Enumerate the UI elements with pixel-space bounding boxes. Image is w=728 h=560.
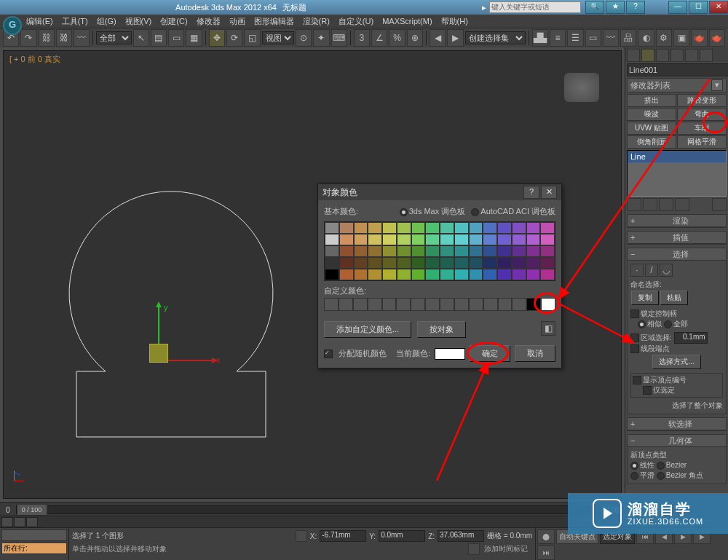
current-color-swatch[interactable] — [435, 348, 465, 360]
assign-random-check[interactable] — [324, 350, 333, 358]
vtype-smooth-radio[interactable] — [630, 472, 638, 480]
menu-modifiers[interactable]: 修改器 — [192, 16, 225, 27]
ribbon-toggle-icon[interactable]: ▭ — [585, 29, 601, 47]
menu-tools[interactable]: 工具(T) — [58, 16, 92, 27]
palette-swatch[interactable] — [469, 257, 483, 269]
palette-swatch[interactable] — [368, 245, 382, 257]
tab-display-icon[interactable] — [685, 49, 698, 62]
stack-item-line[interactable]: Line — [628, 151, 726, 162]
menu-group[interactable]: 组(G) — [92, 16, 121, 27]
palette-swatch[interactable] — [339, 222, 354, 234]
palette-swatch[interactable] — [368, 269, 382, 280]
palette-swatch[interactable] — [454, 269, 469, 280]
menu-create[interactable]: 创建(C) — [156, 16, 191, 27]
palette-swatch[interactable] — [483, 269, 497, 280]
ref-coord-dropdown[interactable]: 视图 — [262, 31, 294, 44]
ok-button[interactable]: 确定 — [470, 345, 510, 362]
copy-button[interactable]: 复制 — [631, 291, 659, 305]
select-rotate-icon[interactable]: ⟳ — [226, 29, 242, 47]
palette-swatch[interactable] — [382, 222, 397, 234]
coord-x[interactable]: -6.71mm — [320, 530, 366, 542]
subobj-vertex-icon[interactable]: · — [630, 264, 644, 277]
palette-swatch[interactable] — [469, 222, 483, 234]
similar-radio[interactable] — [638, 320, 646, 328]
palette-swatch[interactable] — [354, 234, 368, 245]
vtype-linear-radio[interactable] — [630, 462, 638, 470]
custom-swatch[interactable] — [339, 298, 353, 311]
palette-swatch[interactable] — [483, 222, 497, 234]
custom-swatch[interactable] — [440, 298, 454, 311]
menu-view[interactable]: 视图(V) — [121, 16, 157, 27]
close-button[interactable]: ✕ — [709, 1, 728, 14]
palette-swatch[interactable] — [411, 245, 426, 257]
palette-swatch[interactable] — [540, 222, 555, 234]
render-setup-icon[interactable]: ⚙ — [656, 29, 672, 47]
trackbar-open-icon[interactable] — [1, 517, 13, 527]
palette-swatch[interactable] — [526, 257, 541, 269]
angle-snap-icon[interactable]: ∠ — [371, 29, 387, 47]
custom-swatch[interactable] — [382, 298, 397, 311]
infocenter-arrow-icon[interactable]: ▸ — [482, 3, 486, 12]
palette-swatch[interactable] — [540, 269, 555, 280]
tab-hierarchy-icon[interactable] — [656, 49, 669, 62]
color-picker-icon[interactable]: ◧ — [541, 321, 555, 336]
keyboard-shortcut-icon[interactable]: ⌨ — [331, 29, 347, 47]
link-icon[interactable]: ⛓ — [39, 29, 55, 47]
custom-swatch-white[interactable] — [541, 298, 555, 311]
all-radio[interactable] — [664, 320, 672, 328]
viewcube[interactable] — [564, 73, 599, 102]
named-selection-dropdown[interactable]: 创建选择集 — [465, 31, 526, 44]
coord-y[interactable]: 0.0mm — [379, 530, 425, 542]
render-production-icon[interactable]: 🫖 — [691, 29, 707, 47]
mod-lathe[interactable]: 车削 — [677, 122, 727, 135]
mirror-icon[interactable]: ▟▙ — [532, 29, 548, 47]
palette-swatch[interactable] — [469, 245, 483, 257]
palette-swatch[interactable] — [425, 222, 440, 234]
by-object-button[interactable]: 按对象 — [417, 321, 466, 338]
palette-swatch[interactable] — [440, 257, 454, 269]
maximize-button[interactable]: ☐ — [689, 1, 708, 14]
rendered-frame-icon[interactable]: ▣ — [673, 29, 689, 47]
palette-swatch[interactable] — [397, 269, 411, 280]
manipulate-icon[interactable]: ✦ — [313, 29, 329, 47]
palette-autocad-radio[interactable] — [471, 208, 479, 216]
time-slider-knob[interactable]: 0 / 100 — [17, 504, 47, 516]
modifier-list-dropdown[interactable]: 修改器列表▾ — [627, 78, 727, 92]
stack-show-end-icon[interactable] — [643, 198, 657, 211]
track-bar[interactable] — [0, 516, 625, 528]
unlink-icon[interactable]: ⛓̸ — [56, 29, 72, 47]
lock-handles-check[interactable] — [630, 309, 639, 318]
custom-swatch[interactable] — [469, 298, 483, 311]
palette-swatch[interactable] — [526, 269, 541, 280]
area-sel-check[interactable] — [630, 334, 639, 342]
add-custom-color-button[interactable]: 添加自定义颜色... — [324, 321, 411, 338]
goto-end-icon[interactable]: ⏭ — [537, 545, 555, 560]
palette-swatch[interactable] — [469, 234, 483, 245]
tab-create-icon[interactable] — [627, 49, 640, 62]
palette-swatch[interactable] — [354, 257, 368, 269]
dialog-titlebar[interactable]: 对象颜色 ? ✕ — [318, 184, 561, 200]
window-crossing-icon[interactable]: ▦ — [186, 29, 202, 47]
palette-swatch[interactable] — [512, 222, 526, 234]
palette-swatch[interactable] — [354, 245, 368, 257]
app-menu-icon[interactable]: G — [3, 16, 22, 35]
palette-swatch[interactable] — [397, 257, 411, 269]
align-icon[interactable]: ≡ — [550, 29, 566, 47]
palette-swatch[interactable] — [397, 222, 411, 234]
named-sel-prev-icon[interactable]: ◀ — [430, 29, 446, 47]
tab-modify-icon[interactable] — [641, 49, 654, 62]
cancel-button[interactable]: 取消 — [515, 345, 555, 362]
palette-swatch[interactable] — [526, 245, 541, 257]
palette-swatch[interactable] — [425, 234, 440, 245]
coord-z[interactable]: 37.063mm — [438, 530, 484, 542]
mod-meshsmooth[interactable]: 网格平滑 — [677, 135, 727, 149]
selection-lock-icon[interactable] — [296, 530, 307, 542]
palette-swatch[interactable] — [368, 257, 382, 269]
stack-configure-icon[interactable] — [712, 198, 727, 211]
palette-swatch[interactable] — [339, 245, 354, 257]
tab-motion-icon[interactable] — [670, 49, 684, 62]
palette-swatch[interactable] — [440, 222, 454, 234]
add-time-tag[interactable]: 添加时间标记 — [484, 544, 528, 554]
trackbar-filter-icon[interactable] — [14, 517, 25, 527]
sel-method-button[interactable]: 选择方式... — [652, 355, 700, 369]
